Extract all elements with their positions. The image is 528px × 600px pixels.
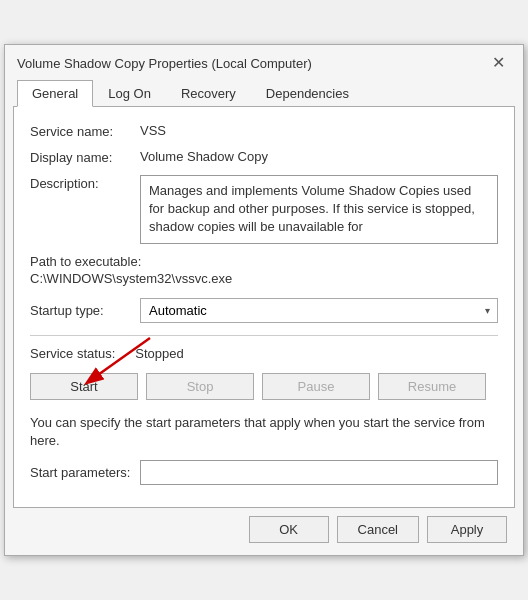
tab-logon[interactable]: Log On: [93, 80, 166, 107]
tab-bar: General Log On Recovery Dependencies: [5, 73, 523, 106]
service-status-section: Service status: Stopped: [30, 346, 498, 361]
close-button[interactable]: ✕: [486, 53, 511, 73]
startup-type-row: Startup type: Automatic Automatic (Delay…: [30, 298, 498, 323]
tab-dependencies[interactable]: Dependencies: [251, 80, 364, 107]
display-name-label: Display name:: [30, 149, 140, 165]
ok-button[interactable]: OK: [249, 516, 329, 543]
window-title: Volume Shadow Copy Properties (Local Com…: [17, 56, 312, 71]
display-name-value: Volume Shadow Copy: [140, 149, 498, 164]
divider: [30, 335, 498, 336]
dialog-window: Volume Shadow Copy Properties (Local Com…: [4, 44, 524, 556]
service-name-value: VSS: [140, 123, 498, 138]
path-label: Path to executable:: [30, 254, 498, 269]
start-params-note: You can specify the start parameters tha…: [30, 414, 498, 450]
start-button[interactable]: Start: [30, 373, 138, 400]
description-value: Manages and implements Volume Shadow Cop…: [140, 175, 498, 244]
resume-button[interactable]: Resume: [378, 373, 486, 400]
startup-type-wrapper: Automatic Automatic (Delayed Start) Manu…: [140, 298, 498, 323]
stop-button[interactable]: Stop: [146, 373, 254, 400]
service-status-value: Stopped: [135, 346, 183, 361]
description-row: Description: Manages and implements Volu…: [30, 175, 498, 244]
service-name-row: Service name: VSS: [30, 123, 498, 139]
title-bar: Volume Shadow Copy Properties (Local Com…: [5, 45, 523, 73]
startup-type-label: Startup type:: [30, 303, 140, 318]
display-name-row: Display name: Volume Shadow Copy: [30, 149, 498, 165]
service-name-label: Service name:: [30, 123, 140, 139]
tab-general[interactable]: General: [17, 80, 93, 107]
start-params-input[interactable]: [140, 460, 498, 485]
service-status-label: Service status:: [30, 346, 115, 361]
service-control-buttons: Start Stop Pause Resume: [30, 373, 498, 400]
cancel-button[interactable]: Cancel: [337, 516, 419, 543]
start-params-label: Start parameters:: [30, 465, 140, 480]
tab-content-general: Service name: VSS Display name: Volume S…: [13, 106, 515, 508]
service-status-row: Service status: Stopped: [30, 346, 498, 361]
path-section: Path to executable: C:\WINDOWS\system32\…: [30, 254, 498, 286]
apply-button[interactable]: Apply: [427, 516, 507, 543]
tab-recovery[interactable]: Recovery: [166, 80, 251, 107]
path-value: C:\WINDOWS\system32\vssvc.exe: [30, 271, 498, 286]
description-label: Description:: [30, 175, 140, 191]
dialog-footer: OK Cancel Apply: [5, 508, 523, 555]
startup-type-select[interactable]: Automatic Automatic (Delayed Start) Manu…: [140, 298, 498, 323]
start-params-row: Start parameters:: [30, 460, 498, 485]
pause-button[interactable]: Pause: [262, 373, 370, 400]
